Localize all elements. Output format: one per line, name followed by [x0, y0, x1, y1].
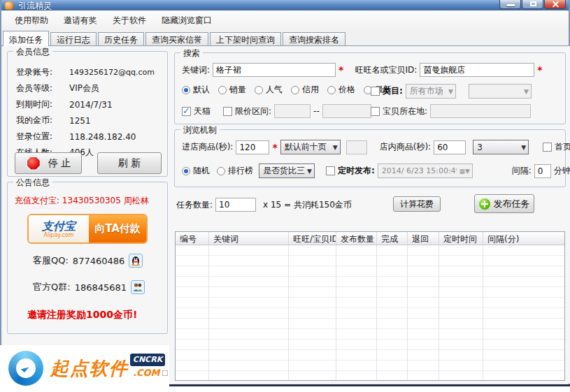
calendar-icon: ▦▼: [459, 168, 469, 175]
radio-icon: [291, 86, 299, 94]
chevron-down-icon: ▼: [448, 88, 453, 95]
tab-buyer-credit[interactable]: 查询买家信誉: [145, 32, 208, 45]
chevron-down-icon: ▼: [333, 144, 338, 151]
watermark-site-name: 起点软件: [50, 356, 129, 381]
member-info-title: 会员信息: [13, 46, 52, 58]
watermark-badge: CNCRK: [130, 354, 165, 366]
shop-input[interactable]: [420, 63, 534, 77]
sort-credit-radio[interactable]: 信用: [291, 84, 319, 96]
expire-value: 2014/7/31: [69, 100, 113, 110]
timer-label: 定时发布:: [338, 165, 375, 177]
refresh-button[interactable]: 刷 新: [97, 152, 162, 174]
title-bar[interactable]: 引流精灵: [1, 0, 569, 10]
menu-item-invite[interactable]: 邀请有奖: [56, 13, 105, 29]
close-button[interactable]: [544, 0, 566, 9]
publish-task-button[interactable]: 发布任务: [474, 194, 534, 213]
price-min-input[interactable]: [274, 104, 311, 118]
sort-sales-radio[interactable]: 销量: [218, 84, 246, 96]
price-max-input[interactable]: [322, 104, 371, 118]
notice-title: 公告信息: [13, 177, 52, 189]
col-done[interactable]: 完成: [377, 232, 408, 245]
member-row-location: 登录位置: 118.248.182.40: [8, 129, 167, 145]
pages-dropdown[interactable]: 默认前十页▼: [280, 140, 341, 154]
tab-add-task[interactable]: 添加任务: [3, 31, 49, 46]
homepage-checkbox[interactable]: [543, 143, 552, 152]
timer-checkbox[interactable]: [326, 166, 335, 175]
radio-icon: [255, 86, 263, 94]
keyword-input[interactable]: [213, 63, 336, 77]
alipay-pay-button[interactable]: 支付宝 Alipay.com 向TA付款: [27, 214, 148, 244]
maximize-button[interactable]: [522, 0, 543, 9]
tab-shelf-time[interactable]: 上下架时间查询: [210, 32, 281, 45]
radio-icon: [327, 86, 336, 94]
qq-contact-button[interactable]: [129, 254, 143, 268]
col-interval[interactable]: 间隔(分): [483, 232, 564, 245]
menu-item-about[interactable]: 关于软件: [105, 13, 154, 29]
category-checkbox[interactable]: [371, 87, 380, 96]
tmall-checkbox[interactable]: [182, 107, 191, 116]
minimize-button[interactable]: [499, 0, 521, 9]
enter-item-label: 进店商品(秒):: [182, 141, 233, 153]
official-group-value: 186845681: [75, 282, 127, 293]
app-icon: [5, 1, 13, 10]
account-value: 1493256172@qq.com: [69, 68, 155, 77]
watermark-small-mark: [162, 370, 168, 376]
official-group-label: 官方Q群:: [33, 281, 71, 293]
category-sub-dropdown[interactable]: ▼: [469, 84, 532, 99]
pay-to-ta-label: 向TA付款: [89, 215, 146, 242]
location-input[interactable]: [430, 104, 531, 118]
sort-default-radio[interactable]: 默认: [182, 84, 210, 96]
tab-search-rank[interactable]: 查询搜索排名: [283, 32, 345, 45]
col-shop-id[interactable]: 旺旺/宝贝ID: [289, 232, 336, 245]
shop-seconds-input[interactable]: [434, 140, 466, 154]
compare-dropdown[interactable]: 是否货比三▼: [259, 164, 315, 178]
shop-count-dropdown[interactable]: 3▼: [473, 140, 529, 154]
location-checkbox[interactable]: [371, 107, 380, 116]
maximize-icon: [530, 1, 536, 6]
category-market-dropdown[interactable]: 所有市场▼: [406, 84, 456, 99]
task-quantity-row: 任务数量: x 15 = 共消耗150金币: [176, 198, 352, 212]
sort-row: 默认 销量 人气 信用 价格 最新: [182, 84, 392, 96]
qq-group-button[interactable]: [131, 280, 145, 294]
ranking-radio[interactable]: 排行榜: [217, 165, 253, 177]
interval-input[interactable]: [534, 164, 551, 178]
col-returned[interactable]: 退回: [408, 232, 439, 245]
chevron-down-icon: ▼: [521, 144, 526, 151]
chevron-down-icon: ▼: [524, 88, 529, 95]
chevron-down-icon: ▼: [307, 168, 312, 175]
task-table-body[interactable]: [176, 245, 564, 380]
sort-price-radio[interactable]: 价格: [327, 84, 355, 96]
tab-history[interactable]: 历史任务: [98, 32, 144, 45]
col-number[interactable]: 编号: [176, 232, 209, 245]
tab-run-log[interactable]: 运行日志: [50, 32, 97, 45]
search-title: 搜索: [180, 48, 203, 59]
stop-button[interactable]: 停 止: [15, 152, 82, 174]
radio-icon: [182, 167, 190, 175]
task-table-header: 编号 关键词 旺旺/宝贝ID 发布数量 完成 退回 定时时间 间隔(分): [176, 232, 564, 245]
menu-item-help[interactable]: 使用帮助: [7, 13, 56, 29]
screenshot-stage: 引流精灵 使用帮助 邀请有奖 关于软件 隐藏浏览窗口 添加任务 运行日志 历史任…: [0, 0, 570, 392]
browse-title: 浏览机制: [180, 124, 220, 136]
enter-seconds-input[interactable]: [236, 140, 269, 154]
member-row-level: 会员等级: VIP会员: [8, 80, 167, 96]
keyword-required-mark: *: [339, 64, 343, 75]
price-range-checkbox[interactable]: [223, 107, 232, 116]
location-label: 宝贝所在地:: [383, 106, 427, 117]
calc-cost-button[interactable]: 计算花费: [393, 196, 441, 212]
qq-penguin-icon: [130, 255, 141, 266]
col-keyword[interactable]: 关键词: [209, 232, 289, 245]
task-table: 编号 关键词 旺旺/宝贝ID 发布数量 完成 退回 定时时间 间隔(分): [175, 231, 565, 381]
task-qty-input[interactable]: [215, 198, 256, 212]
menu-item-hide-browser[interactable]: 隐藏浏览窗口: [154, 13, 220, 29]
browse-group: 浏览机制 进店商品(秒): * 默认前十页▼ 店内商品(秒): 3▼ 首页 随机…: [174, 129, 566, 187]
member-row-expire: 到期时间: 2014/7/31: [8, 96, 167, 112]
pages-extra-input[interactable]: [346, 140, 367, 154]
col-timer[interactable]: 定时时间: [439, 232, 483, 245]
timer-datetime-picker[interactable]: 2014/ 6/23 15:00:49▦▼: [378, 164, 473, 178]
interval-unit: 分钟: [554, 165, 570, 177]
random-radio[interactable]: 随机: [182, 165, 210, 177]
sort-popularity-radio[interactable]: 人气: [255, 84, 283, 96]
col-publish-count[interactable]: 发布数量: [336, 232, 377, 245]
stop-icon: [26, 156, 41, 171]
enter-required-mark: *: [272, 142, 277, 153]
